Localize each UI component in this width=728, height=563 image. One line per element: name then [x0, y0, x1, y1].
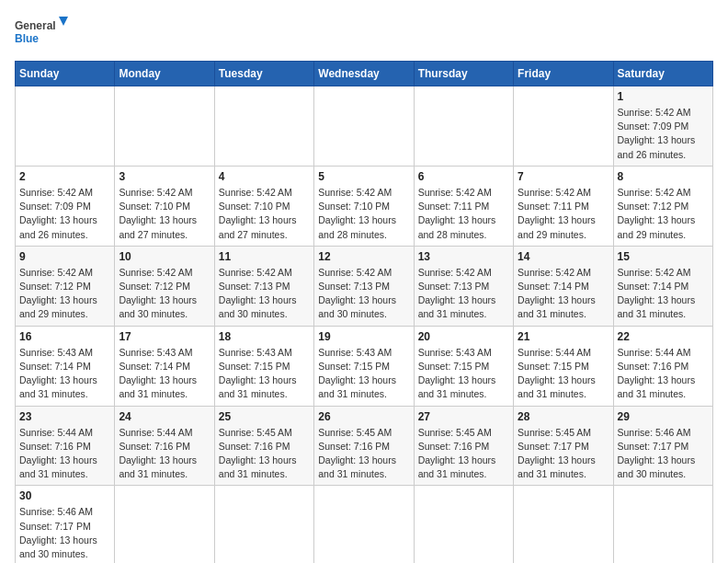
calendar-week-row: 30Sunrise: 5:46 AMSunset: 7:17 PMDayligh… — [16, 486, 713, 563]
day-number: 19 — [318, 330, 409, 343]
logo: General Blue — [15, 15, 70, 52]
calendar-day-cell — [16, 86, 115, 167]
day-info: Sunrise: 5:42 AMSunset: 7:11 PMDaylight:… — [418, 186, 509, 242]
day-info: Sunrise: 5:42 AMSunset: 7:10 PMDaylight:… — [318, 186, 409, 242]
day-number: 7 — [518, 170, 609, 183]
calendar-day-cell — [214, 486, 313, 563]
calendar-day-cell: 1Sunrise: 5:42 AMSunset: 7:09 PMDaylight… — [613, 86, 712, 167]
day-number: 26 — [318, 410, 409, 423]
calendar-table: SundayMondayTuesdayWednesdayThursdayFrid… — [15, 61, 713, 563]
day-number: 14 — [518, 250, 609, 263]
calendar-day-cell: 16Sunrise: 5:43 AMSunset: 7:14 PMDayligh… — [16, 326, 115, 406]
day-number: 9 — [19, 250, 110, 263]
day-number: 8 — [618, 170, 709, 183]
calendar-day-cell: 7Sunrise: 5:42 AMSunset: 7:11 PMDaylight… — [514, 166, 613, 246]
day-of-week-header: Saturday — [613, 62, 712, 86]
day-info: Sunrise: 5:46 AMSunset: 7:17 PMDaylight:… — [19, 505, 110, 561]
day-info: Sunrise: 5:42 AMSunset: 7:09 PMDaylight:… — [618, 106, 709, 162]
day-info: Sunrise: 5:43 AMSunset: 7:14 PMDaylight:… — [119, 346, 210, 402]
day-number: 25 — [219, 410, 310, 423]
calendar-day-cell: 9Sunrise: 5:42 AMSunset: 7:12 PMDaylight… — [16, 246, 115, 326]
calendar-day-cell: 10Sunrise: 5:42 AMSunset: 7:12 PMDayligh… — [115, 246, 214, 326]
day-info: Sunrise: 5:42 AMSunset: 7:13 PMDaylight:… — [418, 266, 509, 322]
day-info: Sunrise: 5:44 AMSunset: 7:16 PMDaylight:… — [618, 346, 709, 402]
calendar-day-cell: 13Sunrise: 5:42 AMSunset: 7:13 PMDayligh… — [414, 246, 513, 326]
calendar-day-cell: 25Sunrise: 5:45 AMSunset: 7:16 PMDayligh… — [214, 406, 313, 486]
day-info: Sunrise: 5:43 AMSunset: 7:15 PMDaylight:… — [219, 346, 310, 402]
day-number: 29 — [618, 410, 709, 423]
calendar-day-cell — [414, 486, 513, 563]
calendar-day-cell — [514, 486, 613, 563]
calendar-day-cell: 24Sunrise: 5:44 AMSunset: 7:16 PMDayligh… — [115, 406, 214, 486]
calendar-day-cell — [314, 86, 414, 167]
day-info: Sunrise: 5:45 AMSunset: 7:17 PMDaylight:… — [518, 426, 609, 482]
day-info: Sunrise: 5:46 AMSunset: 7:17 PMDaylight:… — [618, 426, 709, 482]
calendar-week-row: 1Sunrise: 5:42 AMSunset: 7:09 PMDaylight… — [16, 86, 713, 167]
calendar-day-cell: 14Sunrise: 5:42 AMSunset: 7:14 PMDayligh… — [514, 246, 613, 326]
day-info: Sunrise: 5:42 AMSunset: 7:13 PMDaylight:… — [219, 266, 310, 322]
calendar-day-cell: 3Sunrise: 5:42 AMSunset: 7:10 PMDaylight… — [115, 166, 214, 246]
calendar-day-cell: 18Sunrise: 5:43 AMSunset: 7:15 PMDayligh… — [214, 326, 313, 406]
day-info: Sunrise: 5:42 AMSunset: 7:13 PMDaylight:… — [318, 266, 409, 322]
calendar-day-cell: 20Sunrise: 5:43 AMSunset: 7:15 PMDayligh… — [414, 326, 513, 406]
calendar-day-cell: 8Sunrise: 5:42 AMSunset: 7:12 PMDaylight… — [613, 166, 712, 246]
day-of-week-header: Sunday — [16, 62, 115, 86]
day-info: Sunrise: 5:42 AMSunset: 7:11 PMDaylight:… — [518, 186, 609, 242]
calendar-day-cell: 17Sunrise: 5:43 AMSunset: 7:14 PMDayligh… — [115, 326, 214, 406]
calendar-day-cell — [613, 486, 712, 563]
day-number: 6 — [418, 170, 509, 183]
day-number: 21 — [518, 330, 609, 343]
day-number: 12 — [318, 250, 409, 263]
calendar-day-cell — [115, 86, 214, 167]
page-header: General Blue — [15, 15, 713, 52]
day-of-week-header: Tuesday — [214, 62, 313, 86]
day-of-week-header: Friday — [514, 62, 613, 86]
day-number: 22 — [618, 330, 709, 343]
day-of-week-header: Wednesday — [314, 62, 414, 86]
svg-text:Blue: Blue — [15, 32, 39, 45]
calendar-day-cell — [115, 486, 214, 563]
day-info: Sunrise: 5:44 AMSunset: 7:16 PMDaylight:… — [19, 426, 110, 482]
calendar-day-cell: 5Sunrise: 5:42 AMSunset: 7:10 PMDaylight… — [314, 166, 414, 246]
day-number: 18 — [219, 330, 310, 343]
calendar-day-cell — [414, 86, 513, 167]
calendar-day-cell: 22Sunrise: 5:44 AMSunset: 7:16 PMDayligh… — [613, 326, 712, 406]
logo-svg: General Blue — [15, 15, 70, 52]
day-number: 30 — [19, 489, 110, 502]
day-number: 20 — [418, 330, 509, 343]
day-info: Sunrise: 5:45 AMSunset: 7:16 PMDaylight:… — [318, 426, 409, 482]
calendar-header: SundayMondayTuesdayWednesdayThursdayFrid… — [16, 62, 713, 86]
calendar-day-cell — [514, 86, 613, 167]
day-number: 28 — [518, 410, 609, 423]
day-number: 16 — [19, 330, 110, 343]
day-number: 5 — [318, 170, 409, 183]
day-number: 1 — [618, 90, 709, 103]
day-number: 24 — [119, 410, 210, 423]
day-info: Sunrise: 5:43 AMSunset: 7:15 PMDaylight:… — [318, 346, 409, 402]
calendar-week-row: 23Sunrise: 5:44 AMSunset: 7:16 PMDayligh… — [16, 406, 713, 486]
day-info: Sunrise: 5:42 AMSunset: 7:09 PMDaylight:… — [19, 186, 110, 242]
day-info: Sunrise: 5:45 AMSunset: 7:16 PMDaylight:… — [219, 426, 310, 482]
calendar-body: 1Sunrise: 5:42 AMSunset: 7:09 PMDaylight… — [16, 86, 713, 564]
calendar-day-cell: 6Sunrise: 5:42 AMSunset: 7:11 PMDaylight… — [414, 166, 513, 246]
day-info: Sunrise: 5:42 AMSunset: 7:10 PMDaylight:… — [219, 186, 310, 242]
day-info: Sunrise: 5:42 AMSunset: 7:12 PMDaylight:… — [19, 266, 110, 322]
svg-text:General: General — [15, 19, 56, 32]
day-info: Sunrise: 5:42 AMSunset: 7:12 PMDaylight:… — [119, 266, 210, 322]
calendar-day-cell: 21Sunrise: 5:44 AMSunset: 7:15 PMDayligh… — [514, 326, 613, 406]
day-of-week-header: Monday — [115, 62, 214, 86]
calendar-day-cell — [214, 86, 313, 167]
day-info: Sunrise: 5:42 AMSunset: 7:12 PMDaylight:… — [618, 186, 709, 242]
calendar-day-cell: 4Sunrise: 5:42 AMSunset: 7:10 PMDaylight… — [214, 166, 313, 246]
day-info: Sunrise: 5:43 AMSunset: 7:15 PMDaylight:… — [418, 346, 509, 402]
calendar-day-cell: 2Sunrise: 5:42 AMSunset: 7:09 PMDaylight… — [16, 166, 115, 246]
calendar-day-cell: 12Sunrise: 5:42 AMSunset: 7:13 PMDayligh… — [314, 246, 414, 326]
calendar-day-cell: 19Sunrise: 5:43 AMSunset: 7:15 PMDayligh… — [314, 326, 414, 406]
svg-marker-2 — [59, 17, 68, 26]
day-number: 4 — [219, 170, 310, 183]
calendar-day-cell: 15Sunrise: 5:42 AMSunset: 7:14 PMDayligh… — [613, 246, 712, 326]
day-info: Sunrise: 5:45 AMSunset: 7:16 PMDaylight:… — [418, 426, 509, 482]
calendar-day-cell — [314, 486, 414, 563]
calendar-day-cell: 11Sunrise: 5:42 AMSunset: 7:13 PMDayligh… — [214, 246, 313, 326]
day-info: Sunrise: 5:42 AMSunset: 7:14 PMDaylight:… — [518, 266, 609, 322]
